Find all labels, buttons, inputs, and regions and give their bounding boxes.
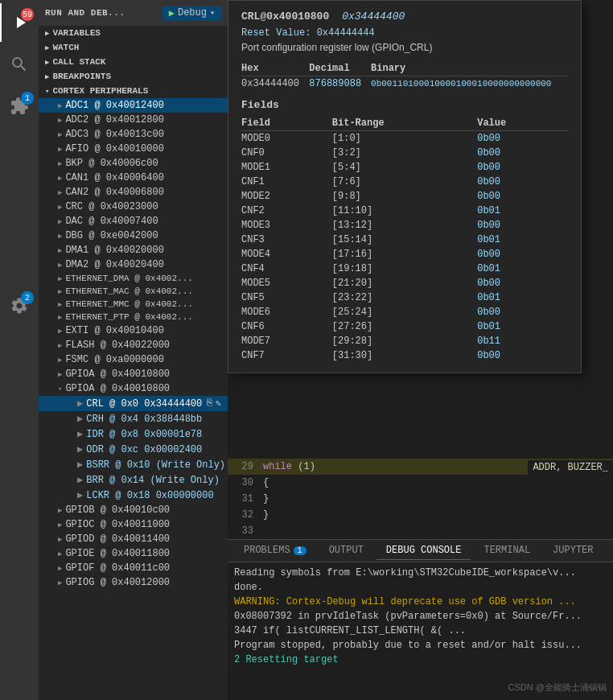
peripheral-item-2[interactable]: ▶AFIO @ 0x40010000 — [39, 142, 228, 156]
extensions-icon[interactable]: 1 — [0, 87, 39, 126]
peripheral-item-15[interactable]: ▶EXTI @ 0x40010400 — [39, 323, 228, 338]
peripheral-item-18[interactable]: ▶GPIOA @ 0x40010800 — [39, 367, 228, 381]
panel-tab-output[interactable]: OUTPUT — [319, 541, 373, 560]
peripheral-item-11[interactable]: ▶ETHERNET_DMA @ 0x4002... — [39, 272, 228, 285]
field-range-10: [21:20] — [332, 276, 477, 290]
gpioa-reg-6[interactable]: ▶LCKR @ 0x18 0x00000000 — [39, 488, 228, 503]
peripheral-item-5[interactable]: ▶CAN2 @ 0x40006800 — [39, 185, 228, 200]
fields-header-value: Value — [477, 116, 568, 131]
code-line-32: 32} — [228, 507, 613, 523]
debug-dropdown-icon[interactable]: ▾ — [210, 8, 215, 18]
panel-line-4: 3447 if( listCURRENT_LIST_LENGTH( &( ... — [234, 624, 607, 638]
more-peripheral-0[interactable]: ▶GPIOB @ 0x40010c00 — [39, 503, 228, 517]
popup-binary-header: Binary — [371, 61, 568, 76]
field-name-15: CNF7 — [241, 348, 332, 363]
gpioa-reg-2[interactable]: ▶IDR @ 0x8 0x00001e78 — [39, 426, 228, 442]
more-peripheral-3[interactable]: ▶GPIOE @ 0x40011800 — [39, 546, 228, 561]
variables-section[interactable]: ▶ VARIABLES — [39, 26, 228, 40]
gpioa-reg-3[interactable]: ▶ODR @ 0xc 0x00002400 — [39, 442, 228, 457]
field-row-12: MODE6[25:24]0b00 — [241, 305, 568, 319]
reg-label-4: BSRR @ 0x10 (Write Only) — [86, 459, 225, 471]
peripheral-item-12[interactable]: ▶ETHERNET_MAC @ 0x4002... — [39, 285, 228, 298]
peripheral-item-0[interactable]: ▶ADC2 @ 0x40012800 — [39, 113, 228, 127]
gpioa-reg-0[interactable]: ▶CRL @ 0x0 0x34444400⎘✎ — [39, 396, 228, 411]
field-range-6: [13:12] — [332, 218, 477, 233]
gpioa-reg-5[interactable]: ▶BRR @ 0x14 (Write Only) — [39, 472, 228, 488]
peripheral-label-16: FLASH @ 0x40022000 — [65, 340, 170, 351]
edit-icon[interactable]: ✎ — [216, 397, 221, 410]
peripheral-item-17[interactable]: ▶FSMC @ 0xa0000000 — [39, 352, 228, 367]
peripheral-item-14[interactable]: ▶ETHERNET_PTP @ 0x4002... — [39, 311, 228, 323]
copy-icon[interactable]: ⎘ — [207, 397, 212, 410]
adc1-item[interactable]: ▶ ADC1 @ 0x40012400 — [39, 98, 228, 113]
field-value-7: 0b01 — [477, 233, 568, 247]
callstack-section[interactable]: ▶ CALL STACK — [39, 55, 228, 69]
field-value-14: 0b11 — [477, 334, 568, 348]
peripheral-item-1[interactable]: ▶ADC3 @ 0x40013c00 — [39, 127, 228, 142]
panel-line-0: Reading symbols from E:\working\STM32Cub… — [234, 566, 607, 580]
panel-tab-problems[interactable]: PROBLEMS1 — [234, 541, 316, 560]
peripheral-label-10: DMA2 @ 0x40020400 — [65, 259, 163, 270]
more-peripheral-4[interactable]: ▶GPIOF @ 0x40011c00 — [39, 561, 228, 575]
panel-tab-terminal[interactable]: TERMINAL — [474, 541, 540, 560]
breakpoints-section[interactable]: ▶ BREAKPOINTS — [39, 69, 228, 84]
peripheral-label-0: ADC2 @ 0x40012800 — [65, 114, 163, 126]
peripheral-arrow-8: ▶ — [58, 232, 62, 241]
panel-tabs: PROBLEMS1OUTPUTDEBUG CONSOLETERMINALJUPY… — [228, 540, 613, 562]
field-row-5: CNF2[11:10]0b01 — [241, 204, 568, 218]
search-icon[interactable] — [0, 45, 39, 84]
field-value-4: 0b00 — [477, 189, 568, 204]
peripheral-item-16[interactable]: ▶FLASH @ 0x40022000 — [39, 338, 228, 352]
field-row-3: CNF1[7:6]0b00 — [241, 175, 568, 189]
reg-arrow-2: ▶ — [77, 428, 83, 440]
panel-line-2: WARNING: Cortex-Debug will deprecate use… — [234, 595, 607, 609]
peripheral-item-6[interactable]: ▶CRC @ 0x40023000 — [39, 200, 228, 214]
code-line-30: 30 { — [228, 475, 613, 491]
peripheral-item-9[interactable]: ▶DMA1 @ 0x40020000 — [39, 243, 228, 257]
cortex-peripherals-section[interactable]: ▾ CORTEX PERIPHERALS — [39, 84, 228, 98]
line-number-31: 31 — [231, 493, 263, 504]
popup-reset-value: 0x44444444 — [317, 27, 375, 39]
settings-icon[interactable]: 2 — [0, 286, 39, 325]
peripheral-item-10[interactable]: ▶DMA2 @ 0x40020400 — [39, 257, 228, 272]
cortex-label: CORTEX PERIPHERALS — [52, 86, 148, 96]
run-debug-icon[interactable]: 59 — [0, 3, 39, 42]
panel-tab-debug-console[interactable]: DEBUG CONSOLE — [376, 541, 471, 560]
breakpoints-label: BREAKPOINTS — [52, 72, 111, 81]
watch-section[interactable]: ▶ WATCH — [39, 40, 228, 55]
field-value-8: 0b00 — [477, 247, 568, 261]
panel-line-6[interactable]: 2 Resetting target — [234, 653, 607, 667]
field-range-12: [25:24] — [332, 305, 477, 319]
peripheral-item-8[interactable]: ▶DBG @ 0xe0042000 — [39, 229, 228, 243]
gpioa-reg-1[interactable]: ▶CRH @ 0x4 0x388448bb — [39, 411, 228, 426]
sidebar-header-label: RUN AND DEB... — [45, 8, 156, 18]
peripheral-label-11: ETHERNET_DMA @ 0x4002... — [65, 274, 192, 283]
peripheral-arrow-14: ▶ — [58, 313, 62, 322]
peripheral-label-5: CAN2 @ 0x40006800 — [65, 187, 163, 198]
gpioa-item[interactable]: ▾ GPIOA @ 0x40010800 — [39, 381, 228, 396]
reg-arrow-0: ▶ — [77, 397, 83, 410]
panel-line-1: done. — [234, 580, 607, 595]
peripheral-arrow-10: ▶ — [58, 261, 62, 270]
popup-decimal-header: Decimal — [309, 61, 371, 76]
more-peripheral-5[interactable]: ▶GPIOG @ 0x40012000 — [39, 575, 228, 590]
field-row-6: MODE3[13:12]0b00 — [241, 218, 568, 233]
peripheral-item-4[interactable]: ▶CAN1 @ 0x40006400 — [39, 171, 228, 185]
code-addr-hint: ADDR, BUZZER_ — [533, 462, 608, 473]
peripheral-item-7[interactable]: ▶DAC @ 0x40007400 — [39, 214, 228, 229]
more-peripheral-1[interactable]: ▶GPIOC @ 0x40011000 — [39, 517, 228, 532]
more-peripherals-list: ▶GPIOB @ 0x40010c00▶GPIOC @ 0x40011000▶G… — [39, 503, 228, 590]
gpioa-reg-4[interactable]: ▶BSRR @ 0x10 (Write Only) — [39, 457, 228, 472]
field-row-9: CNF4[19:18]0b01 — [241, 261, 568, 276]
peripheral-item-3[interactable]: ▶BKP @ 0x40006c00 — [39, 156, 228, 171]
register-popup: CRL@0x40010800 0x34444400 Reset Value: 0… — [228, 0, 582, 373]
field-name-3: CNF1 — [241, 175, 332, 189]
adc1-label: ADC1 @ 0x40012400 — [65, 100, 163, 111]
peripheral-item-13[interactable]: ▶ETHERNET_MMC @ 0x4002... — [39, 298, 228, 311]
panel-tab-jupyter[interactable]: JUPYTER — [543, 541, 603, 560]
more-peripheral-2[interactable]: ▶GPIOD @ 0x40011400 — [39, 532, 228, 546]
popup-fields-table: Field Bit-Range Value MODE0[1:0]0b00CNF0… — [241, 116, 568, 363]
peripheral-arrow-9: ▶ — [58, 246, 62, 255]
peripheral-label-14: ETHERNET_PTP @ 0x4002... — [65, 312, 192, 322]
peripheral-label-3: BKP @ 0x40006c00 — [65, 158, 158, 169]
